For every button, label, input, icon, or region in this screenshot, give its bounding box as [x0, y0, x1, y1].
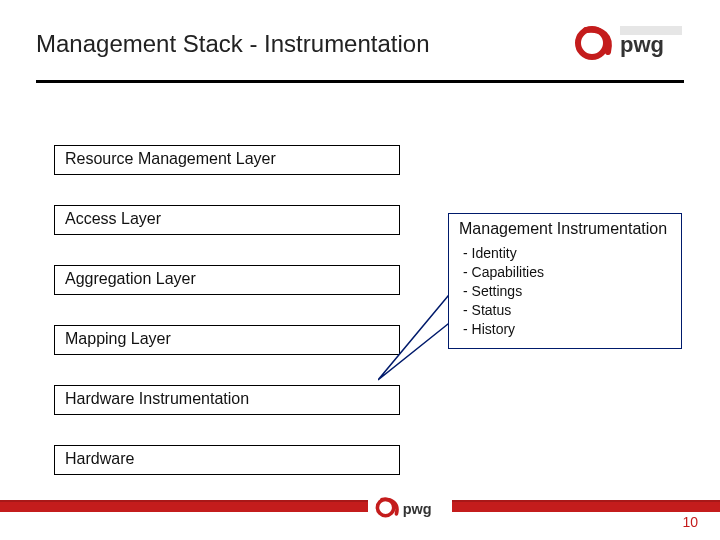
callout-item: - Identity: [463, 244, 671, 263]
pwg-logo-icon: pwg: [568, 22, 684, 64]
layer-mapping: Mapping Layer: [54, 325, 400, 355]
callout-item: - Status: [463, 301, 671, 320]
page-title: Management Stack - Instrumentation: [36, 30, 430, 58]
slide-header: Management Stack - Instrumentation pwg: [36, 26, 684, 80]
layer-resource-management: Resource Management Layer: [54, 145, 400, 175]
svg-rect-1: [620, 26, 682, 35]
callout-items: - Identity - Capabilities - Settings - S…: [459, 244, 671, 338]
pwg-logo-footer-icon: pwg: [368, 494, 452, 524]
svg-text:pwg: pwg: [403, 501, 432, 517]
layer-hardware: Hardware: [54, 445, 400, 475]
header-divider: [36, 80, 684, 83]
layer-access: Access Layer: [54, 205, 400, 235]
callout-title: Management Instrumentation: [459, 220, 671, 238]
callout-box: Management Instrumentation - Identity - …: [448, 213, 682, 349]
callout-item: - Capabilities: [463, 263, 671, 282]
layer-aggregation: Aggregation Layer: [54, 265, 400, 295]
page-number: 10: [682, 514, 698, 530]
layer-hardware-instrumentation: Hardware Instrumentation: [54, 385, 400, 415]
layer-stack: Resource Management Layer Access Layer A…: [54, 145, 400, 505]
callout-item: - Settings: [463, 282, 671, 301]
callout-item: - History: [463, 320, 671, 339]
footer-band: [0, 500, 720, 512]
svg-text:pwg: pwg: [620, 32, 664, 57]
